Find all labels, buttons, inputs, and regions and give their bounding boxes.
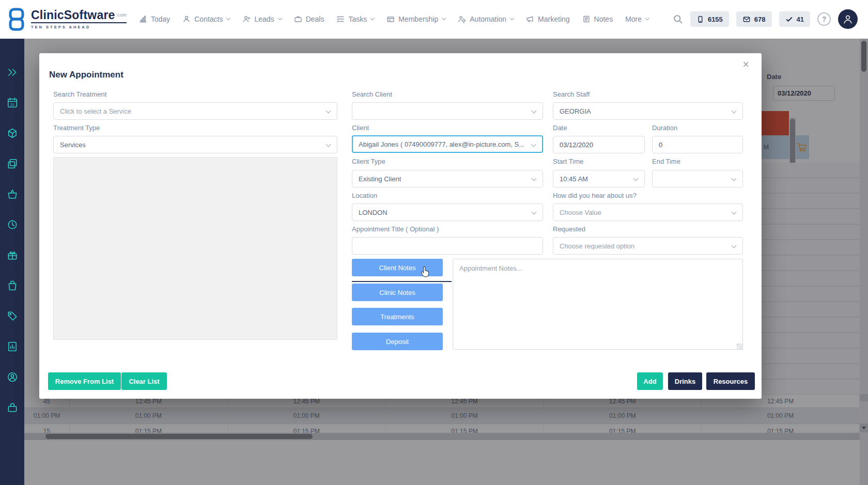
calendar-31-icon[interactable]: 31 [7, 97, 18, 108]
chevron-down-icon [732, 176, 737, 181]
nav-label: Tasks [348, 15, 367, 23]
report-icon[interactable] [7, 341, 18, 352]
requested-select[interactable]: Choose requested option [553, 237, 743, 255]
date-input[interactable] [553, 136, 645, 153]
date-label: Date [553, 124, 567, 132]
check-icon [785, 15, 793, 23]
notes-icon [582, 15, 591, 23]
basket-icon[interactable] [7, 189, 18, 200]
chevron-down-icon [510, 16, 514, 20]
client-type-select[interactable]: Existing Client [352, 170, 543, 187]
tasks-counter-badge[interactable]: 41 [779, 11, 810, 27]
hear-about-select[interactable]: Choose Value [553, 204, 743, 221]
select-value: Existing Client [359, 175, 401, 183]
history-icon[interactable] [7, 219, 18, 230]
select-value: Choose Value [560, 209, 601, 216]
tag-icon[interactable] [7, 310, 18, 322]
client-type-label: Client Type [352, 158, 385, 165]
search-client-select[interactable] [352, 102, 543, 120]
chevron-down-icon [370, 16, 375, 20]
chevron-down-icon [326, 142, 331, 147]
search-treatment-select[interactable]: Click to select a Service [53, 102, 337, 120]
nav-notes[interactable]: Notes [582, 15, 613, 23]
calls-counter-badge[interactable]: 6155 [690, 11, 729, 27]
nav-label: More [625, 15, 642, 23]
requested-label: Requested [553, 225, 585, 233]
nav-membership[interactable]: Membership [386, 15, 445, 23]
gift-icon[interactable] [7, 249, 18, 261]
logo[interactable]: ClinicSoftware.com TEN STEPS AHEAD [0, 7, 127, 32]
new-appointment-modal: New Appointment × Search Treatment Click… [39, 53, 762, 399]
select-value: Abigail Jones ( 07490009777, alex@in-pic… [359, 140, 524, 148]
nav-more[interactable]: More [625, 15, 649, 23]
search-staff-label: Search Staff [553, 90, 590, 98]
clinic-notes-tab[interactable]: Clinic Notes [352, 284, 443, 301]
start-time-select[interactable]: 10:45 AM [553, 170, 645, 187]
search-staff-select[interactable]: GEORGIA [553, 102, 743, 120]
nav-label: Deals [306, 15, 324, 23]
nav-today[interactable]: Today [139, 15, 170, 23]
envelope-icon [742, 15, 751, 23]
chevron-down-icon [732, 243, 737, 248]
tasks-icon [336, 15, 345, 23]
main-nav: Today Contacts Leads Deals Tasks [139, 15, 649, 23]
leads-icon [242, 15, 251, 23]
start-time-label: Start Time [553, 158, 583, 165]
treatments-tab[interactable]: Treatments [352, 308, 443, 325]
end-time-select[interactable] [652, 170, 743, 187]
case-icon[interactable] [7, 402, 18, 413]
nav-deals[interactable]: Deals [294, 15, 324, 23]
nav-label: Today [151, 15, 170, 23]
person-icon [842, 13, 854, 25]
nav-automation[interactable]: Automation [458, 15, 514, 23]
add-button[interactable]: Add [637, 372, 663, 390]
clear-list-button[interactable]: Clear List [121, 372, 167, 390]
header-actions: 6155 678 41 ? [673, 9, 868, 29]
client-label: Client [352, 124, 369, 132]
logo-underline [31, 22, 127, 23]
client-select[interactable]: Abigail Jones ( 07490009777, alex@in-pic… [352, 135, 543, 153]
nav-label: Leads [254, 15, 274, 23]
user-avatar[interactable] [838, 9, 858, 29]
active-tab-underline [352, 281, 452, 282]
app-root: ClinicSoftware.com TEN STEPS AHEAD Today… [0, 0, 868, 485]
nav-contacts[interactable]: Contacts [182, 15, 230, 23]
nav-marketing[interactable]: Marketing [526, 15, 569, 23]
svg-text:31: 31 [10, 103, 14, 107]
select-value: Click to select a Service [60, 107, 131, 115]
brand-tld: .com [116, 12, 127, 18]
copy-icon[interactable] [7, 158, 18, 169]
account-icon[interactable] [7, 371, 18, 383]
chevron-down-icon [732, 108, 737, 114]
sidebar: 31 [0, 39, 24, 485]
close-icon[interactable]: × [739, 58, 752, 71]
resize-handle[interactable] [737, 343, 742, 349]
client-notes-tab[interactable]: Client Notes [352, 259, 443, 276]
help-icon[interactable]: ? [817, 12, 831, 26]
chevron-down-icon [732, 210, 737, 215]
contacts-icon [182, 15, 191, 23]
tasks-count: 41 [797, 15, 804, 23]
membership-icon [386, 15, 395, 23]
duration-input[interactable] [652, 136, 743, 153]
search-icon[interactable] [673, 14, 683, 24]
select-value: Choose requested option [560, 242, 634, 250]
deposit-tab[interactable]: Deposit [352, 333, 443, 350]
drinks-button[interactable]: Drinks [668, 372, 702, 390]
nav-label: Automation [470, 15, 506, 23]
appointment-title-input[interactable] [352, 237, 543, 255]
chevron-down-icon [633, 176, 639, 181]
location-select[interactable]: LONDON [352, 204, 543, 221]
appointment-notes-textarea[interactable] [453, 259, 743, 350]
remove-from-list-button[interactable]: Remove From List [48, 372, 121, 390]
products-icon[interactable] [7, 128, 18, 139]
treatment-type-select[interactable]: Services [53, 136, 337, 153]
select-value: GEORGIA [560, 107, 591, 115]
emails-counter-badge[interactable]: 678 [736, 11, 772, 27]
shopping-bag-icon[interactable] [7, 280, 18, 291]
chevron-down-icon [326, 108, 331, 114]
nav-tasks[interactable]: Tasks [336, 15, 374, 23]
expand-icon[interactable] [7, 67, 18, 78]
nav-leads[interactable]: Leads [242, 15, 281, 23]
resources-button[interactable]: Resources [706, 372, 755, 390]
